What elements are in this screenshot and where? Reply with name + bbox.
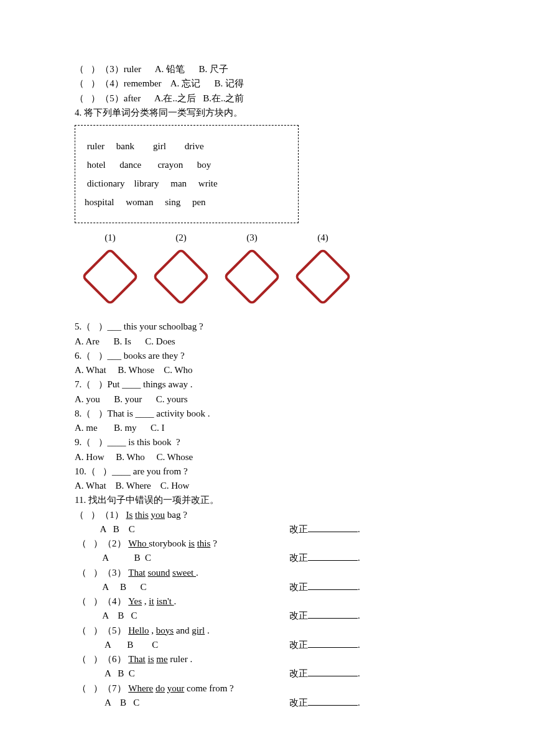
q11-item-1-seg-0: Is (126, 510, 133, 520)
diamond-label-2: (2) (175, 231, 187, 245)
q11-item-2-index-row: A B C改正. (75, 551, 460, 565)
word-row-4: hospital woman sing pen (85, 193, 289, 211)
q11-item-5-prefix: （ ）（5） (75, 625, 128, 635)
q11-item-1-abc: A B C (75, 522, 289, 537)
q3-3-line: （ ）（3）ruler A. 铅笔 B. 尺子 (75, 62, 460, 76)
correction-label: 改正 (289, 668, 308, 678)
q11-item-1-index-row: A B C改正. (75, 522, 460, 537)
correction-label: 改正 (289, 611, 308, 620)
q3-5-line: （ ）（5）after A.在..之后 B.在..之前 (75, 91, 460, 106)
correction-period: . (358, 640, 360, 650)
correction-label: 改正 (289, 553, 308, 563)
q11-item-6-abc: A B C (75, 666, 289, 681)
diamond-label-1: (1) (105, 231, 116, 245)
q11-item-4-seg-1: , (142, 596, 149, 606)
q11-item-7-correction: 改正. (289, 696, 360, 710)
q6-stem: 6.（ ）___ books are they ? (75, 349, 460, 363)
correction-blank[interactable] (308, 647, 358, 648)
q11-item-1-sentence: （ ）（1） Is this you bag ? (75, 508, 460, 522)
q4-stem: 4. 将下列单词分类将同一类写到方块内。 (75, 106, 460, 120)
q11-item-4-seg-5: . (174, 596, 177, 606)
q11-item-5-correction: 改正. (289, 638, 360, 652)
q11-item-3-seg-2: sound (148, 568, 170, 578)
q11-item-1-seg-2: this (135, 510, 149, 520)
q11-item-3-sentence: （ ）（3） That sound sweet . (75, 566, 460, 580)
diamond-label-3: (3) (246, 231, 258, 245)
q7-opt: A. you B. your C. yours (75, 392, 460, 407)
q11-item-2-seg-1: storybook (149, 538, 188, 548)
diamond-col-1: (1) (81, 231, 139, 306)
word-row-3: dictionary library man write (85, 174, 289, 193)
correction-blank[interactable] (308, 676, 358, 676)
q3-4-line: （ ）（4）remember A. 忘记 B. 记得 (75, 76, 460, 91)
correction-blank[interactable] (308, 532, 358, 532)
correction-label: 改正 (289, 524, 308, 534)
q11-item-1-seg-5: bag ? (165, 510, 187, 520)
q11-item-1-prefix: （ ）（1） (75, 510, 126, 520)
diamond-col-4: (4) (294, 231, 352, 306)
word-bank-box: ruler bank girl drive hotel dance crayon… (75, 125, 299, 223)
q9-opt: A. How B. Who C. Whose (75, 450, 460, 464)
diamond-shape-3[interactable] (223, 247, 281, 306)
q11-item-7-seg-0: Where (128, 683, 153, 693)
q11-item-2-correction: 改正. (289, 551, 360, 565)
q11-item-4-abc: A B C (75, 609, 289, 623)
q5-stem: 5.（ ）___ this your schoolbag ? (75, 320, 460, 334)
q10-opt: A. What B. Where C. How (75, 479, 460, 493)
correction-label: 改正 (289, 640, 308, 650)
q11-item-1-seg-4: you (151, 510, 165, 520)
q11-item-2-seg-5: ? (210, 538, 216, 548)
q11-item-7-sentence: （ ）（7） Where do your come from ? (75, 681, 460, 696)
diamond-shape-4[interactable] (294, 247, 352, 306)
q11-item-5-abc: A B C (75, 638, 289, 652)
q11-item-7-seg-2: do (156, 683, 165, 693)
correction-period: . (358, 553, 360, 563)
q11-item-6-sentence: （ ）（6） That is me ruler . (75, 652, 460, 666)
q11-item-6-index-row: A B C改正. (75, 666, 460, 681)
q11-item-5-seg-2: boys (156, 625, 174, 635)
diamond-col-2: (2) (152, 231, 210, 306)
correction-period: . (358, 698, 360, 708)
diamond-shape-2[interactable] (152, 247, 210, 306)
q11-item-5-index-row: A B C改正. (75, 638, 460, 652)
q11-stem: 11. 找出句子中错误的一项并改正。 (75, 493, 460, 507)
q6-opt: A. What B. Whose C. Who (75, 363, 460, 377)
correction-blank[interactable] (308, 705, 358, 706)
q11-item-6-seg-4: me (156, 654, 167, 664)
correction-blank[interactable] (308, 618, 358, 619)
q11-item-4-seg-0: Yes (128, 596, 142, 606)
q11-item-2-prefix: （ ）（2） (75, 538, 128, 548)
q9-stem: 9.（ ）____ is this book ? (75, 435, 460, 449)
q11-item-7-abc: A B C (75, 696, 289, 710)
correction-blank[interactable] (308, 589, 358, 590)
q7-stem: 7.（ ）Put ____ things away . (75, 377, 460, 392)
correction-period: . (358, 582, 360, 592)
q11-item-3-seg-4: sweet (172, 568, 196, 578)
q11-item-5-sentence: （ ）（5） Hello , boys and girl . (75, 624, 460, 638)
q11-item-4-sentence: （ ）（4） Yes , it isn't . (75, 594, 460, 609)
q11-item-3-seg-5: . (196, 568, 198, 578)
correction-period: . (358, 611, 360, 620)
q11-item-4-seg-4: isn't (156, 596, 174, 606)
correction-label: 改正 (289, 698, 308, 708)
q11-item-7-index-row: A B C改正. (75, 696, 460, 710)
diamond-label-4: (4) (317, 231, 328, 245)
correction-blank[interactable] (308, 560, 358, 561)
diamond-row: (1) (2) (3) (4) (81, 229, 460, 306)
word-row-1: ruler bank girl drive (85, 137, 289, 155)
diamond-shape-1[interactable] (81, 247, 139, 306)
q11-item-5-seg-5: . (205, 625, 210, 635)
q11-item-3-correction: 改正. (289, 580, 360, 594)
q11-items: （ ）（1） Is this you bag ? A B C改正. （ ）（2）… (75, 508, 460, 711)
q11-item-2-seg-2: is (188, 538, 195, 548)
q11-item-5-seg-4: girl (192, 625, 205, 635)
q11-item-7-prefix: （ ）（7） (75, 683, 128, 693)
q11-item-2-seg-0: Who (128, 538, 149, 548)
diamond-col-3: (3) (223, 231, 281, 306)
q11-item-5-seg-0: Hello (128, 625, 149, 635)
q5-opt: A. Are B. Is C. Does (75, 334, 460, 349)
q11-item-1-correction: 改正. (289, 522, 360, 537)
q11-item-6-seg-2: is (148, 654, 154, 664)
q11-item-4-correction: 改正. (289, 609, 360, 623)
q11-item-6-seg-0: That (128, 654, 146, 664)
